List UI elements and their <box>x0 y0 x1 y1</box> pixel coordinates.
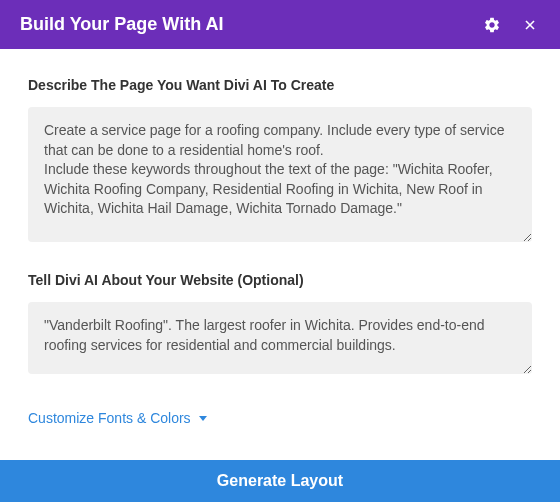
chevron-down-icon <box>199 416 207 421</box>
settings-icon[interactable] <box>482 15 502 35</box>
modal-header: Build Your Page With AI <box>0 0 560 49</box>
about-label: Tell Divi AI About Your Website (Optiona… <box>28 272 532 288</box>
close-icon[interactable] <box>520 15 540 35</box>
about-input[interactable] <box>28 302 532 374</box>
modal-content: Describe The Page You Want Divi AI To Cr… <box>0 49 560 427</box>
customize-label: Customize Fonts & Colors <box>28 410 191 426</box>
header-actions <box>482 15 540 35</box>
customize-fonts-colors-link[interactable]: Customize Fonts & Colors <box>28 410 207 426</box>
modal-title: Build Your Page With AI <box>20 14 224 35</box>
generate-layout-button[interactable]: Generate Layout <box>0 460 560 502</box>
describe-label: Describe The Page You Want Divi AI To Cr… <box>28 77 532 93</box>
describe-input[interactable] <box>28 107 532 242</box>
